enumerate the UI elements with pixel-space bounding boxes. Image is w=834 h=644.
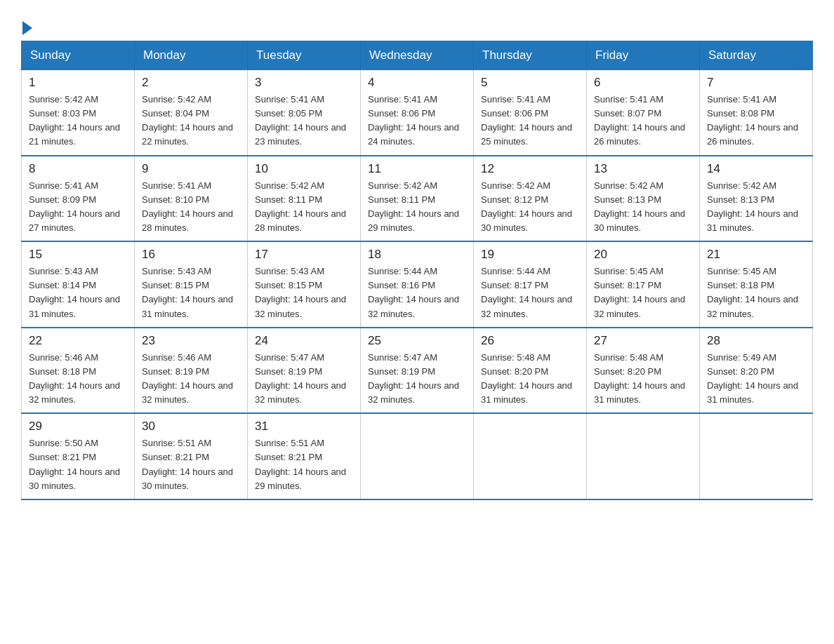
calendar-header-sunday: Sunday bbox=[22, 41, 135, 70]
day-number: 3 bbox=[255, 76, 353, 90]
day-number: 9 bbox=[142, 162, 240, 176]
day-number: 7 bbox=[707, 76, 805, 90]
calendar-cell: 5 Sunrise: 5:41 AM Sunset: 8:06 PM Dayli… bbox=[474, 70, 587, 156]
calendar-header-friday: Friday bbox=[587, 41, 700, 70]
day-number: 30 bbox=[142, 420, 240, 434]
day-number: 29 bbox=[29, 420, 127, 434]
calendar-cell: 11 Sunrise: 5:42 AM Sunset: 8:11 PM Dayl… bbox=[361, 156, 474, 242]
day-info: Sunrise: 5:42 AM Sunset: 8:13 PM Dayligh… bbox=[594, 179, 692, 236]
day-number: 28 bbox=[707, 334, 805, 348]
day-info: Sunrise: 5:41 AM Sunset: 8:06 PM Dayligh… bbox=[481, 93, 579, 149]
calendar-header-thursday: Thursday bbox=[474, 41, 587, 70]
calendar-week-row: 15 Sunrise: 5:43 AM Sunset: 8:14 PM Dayl… bbox=[22, 241, 813, 328]
calendar-header-saturday: Saturday bbox=[700, 41, 813, 70]
day-info: Sunrise: 5:44 AM Sunset: 8:16 PM Dayligh… bbox=[368, 264, 466, 321]
day-info: Sunrise: 5:42 AM Sunset: 8:11 PM Dayligh… bbox=[255, 179, 353, 236]
calendar-header-tuesday: Tuesday bbox=[248, 41, 361, 70]
day-info: Sunrise: 5:49 AM Sunset: 8:20 PM Dayligh… bbox=[707, 351, 805, 408]
day-number: 2 bbox=[142, 76, 240, 90]
day-info: Sunrise: 5:47 AM Sunset: 8:19 PM Dayligh… bbox=[368, 351, 466, 408]
calendar-cell: 28 Sunrise: 5:49 AM Sunset: 8:20 PM Dayl… bbox=[700, 328, 813, 414]
day-info: Sunrise: 5:42 AM Sunset: 8:04 PM Dayligh… bbox=[142, 93, 240, 149]
day-info: Sunrise: 5:43 AM Sunset: 8:15 PM Dayligh… bbox=[142, 264, 240, 321]
day-number: 12 bbox=[481, 162, 579, 176]
calendar-cell: 15 Sunrise: 5:43 AM Sunset: 8:14 PM Dayl… bbox=[22, 241, 135, 328]
calendar-cell: 2 Sunrise: 5:42 AM Sunset: 8:04 PM Dayli… bbox=[135, 70, 248, 156]
day-number: 5 bbox=[481, 76, 579, 90]
day-number: 6 bbox=[594, 76, 692, 90]
calendar-cell: 19 Sunrise: 5:44 AM Sunset: 8:17 PM Dayl… bbox=[474, 241, 587, 328]
day-number: 25 bbox=[368, 334, 466, 348]
calendar-cell bbox=[700, 413, 813, 499]
day-info: Sunrise: 5:45 AM Sunset: 8:17 PM Dayligh… bbox=[594, 264, 692, 321]
day-info: Sunrise: 5:51 AM Sunset: 8:21 PM Dayligh… bbox=[142, 436, 240, 493]
calendar-cell bbox=[587, 413, 700, 499]
page-header bbox=[21, 14, 813, 34]
day-info: Sunrise: 5:41 AM Sunset: 8:05 PM Dayligh… bbox=[255, 93, 353, 149]
day-number: 14 bbox=[707, 162, 805, 176]
calendar-cell: 27 Sunrise: 5:48 AM Sunset: 8:20 PM Dayl… bbox=[587, 328, 700, 414]
day-number: 22 bbox=[29, 334, 127, 348]
day-info: Sunrise: 5:42 AM Sunset: 8:03 PM Dayligh… bbox=[29, 93, 127, 149]
calendar-cell: 24 Sunrise: 5:47 AM Sunset: 8:19 PM Dayl… bbox=[248, 328, 361, 414]
calendar-cell: 14 Sunrise: 5:42 AM Sunset: 8:13 PM Dayl… bbox=[700, 156, 813, 242]
day-number: 21 bbox=[707, 248, 805, 262]
calendar-header-row: SundayMondayTuesdayWednesdayThursdayFrid… bbox=[22, 41, 813, 70]
calendar-cell: 17 Sunrise: 5:43 AM Sunset: 8:15 PM Dayl… bbox=[248, 241, 361, 328]
calendar-cell: 7 Sunrise: 5:41 AM Sunset: 8:08 PM Dayli… bbox=[700, 70, 813, 156]
calendar-cell: 29 Sunrise: 5:50 AM Sunset: 8:21 PM Dayl… bbox=[22, 413, 135, 499]
calendar-cell bbox=[361, 413, 474, 499]
day-info: Sunrise: 5:46 AM Sunset: 8:18 PM Dayligh… bbox=[29, 351, 127, 408]
day-info: Sunrise: 5:50 AM Sunset: 8:21 PM Dayligh… bbox=[29, 436, 127, 493]
day-info: Sunrise: 5:47 AM Sunset: 8:19 PM Dayligh… bbox=[255, 351, 353, 408]
day-info: Sunrise: 5:42 AM Sunset: 8:12 PM Dayligh… bbox=[481, 179, 579, 236]
day-info: Sunrise: 5:42 AM Sunset: 8:13 PM Dayligh… bbox=[707, 179, 805, 236]
day-info: Sunrise: 5:43 AM Sunset: 8:15 PM Dayligh… bbox=[255, 264, 353, 321]
day-info: Sunrise: 5:41 AM Sunset: 8:10 PM Dayligh… bbox=[142, 179, 240, 236]
calendar-cell: 18 Sunrise: 5:44 AM Sunset: 8:16 PM Dayl… bbox=[361, 241, 474, 328]
day-number: 27 bbox=[594, 334, 692, 348]
day-info: Sunrise: 5:41 AM Sunset: 8:08 PM Dayligh… bbox=[707, 93, 805, 149]
logo bbox=[21, 21, 32, 34]
calendar-cell: 26 Sunrise: 5:48 AM Sunset: 8:20 PM Dayl… bbox=[474, 328, 587, 414]
day-info: Sunrise: 5:48 AM Sunset: 8:20 PM Dayligh… bbox=[481, 351, 579, 408]
day-number: 19 bbox=[481, 248, 579, 262]
calendar-cell: 31 Sunrise: 5:51 AM Sunset: 8:21 PM Dayl… bbox=[248, 413, 361, 499]
day-number: 18 bbox=[368, 248, 466, 262]
calendar-cell: 22 Sunrise: 5:46 AM Sunset: 8:18 PM Dayl… bbox=[22, 328, 135, 414]
day-info: Sunrise: 5:41 AM Sunset: 8:06 PM Dayligh… bbox=[368, 93, 466, 149]
calendar-week-row: 29 Sunrise: 5:50 AM Sunset: 8:21 PM Dayl… bbox=[22, 413, 813, 499]
day-info: Sunrise: 5:43 AM Sunset: 8:14 PM Dayligh… bbox=[29, 264, 127, 321]
calendar-cell: 3 Sunrise: 5:41 AM Sunset: 8:05 PM Dayli… bbox=[248, 70, 361, 156]
day-info: Sunrise: 5:44 AM Sunset: 8:17 PM Dayligh… bbox=[481, 264, 579, 321]
calendar-week-row: 8 Sunrise: 5:41 AM Sunset: 8:09 PM Dayli… bbox=[22, 156, 813, 242]
calendar-cell: 20 Sunrise: 5:45 AM Sunset: 8:17 PM Dayl… bbox=[587, 241, 700, 328]
day-info: Sunrise: 5:41 AM Sunset: 8:07 PM Dayligh… bbox=[594, 93, 692, 149]
day-number: 26 bbox=[481, 334, 579, 348]
day-number: 8 bbox=[29, 162, 127, 176]
day-info: Sunrise: 5:42 AM Sunset: 8:11 PM Dayligh… bbox=[368, 179, 466, 236]
day-number: 10 bbox=[255, 162, 353, 176]
day-number: 15 bbox=[29, 248, 127, 262]
day-number: 4 bbox=[368, 76, 466, 90]
day-number: 20 bbox=[594, 248, 692, 262]
calendar-cell: 13 Sunrise: 5:42 AM Sunset: 8:13 PM Dayl… bbox=[587, 156, 700, 242]
calendar-cell: 9 Sunrise: 5:41 AM Sunset: 8:10 PM Dayli… bbox=[135, 156, 248, 242]
day-number: 31 bbox=[255, 420, 353, 434]
day-number: 17 bbox=[255, 248, 353, 262]
calendar-cell: 8 Sunrise: 5:41 AM Sunset: 8:09 PM Dayli… bbox=[22, 156, 135, 242]
day-info: Sunrise: 5:45 AM Sunset: 8:18 PM Dayligh… bbox=[707, 264, 805, 321]
calendar-cell: 30 Sunrise: 5:51 AM Sunset: 8:21 PM Dayl… bbox=[135, 413, 248, 499]
day-info: Sunrise: 5:48 AM Sunset: 8:20 PM Dayligh… bbox=[594, 351, 692, 408]
day-number: 16 bbox=[142, 248, 240, 262]
day-info: Sunrise: 5:51 AM Sunset: 8:21 PM Dayligh… bbox=[255, 436, 353, 493]
day-number: 23 bbox=[142, 334, 240, 348]
calendar-cell: 4 Sunrise: 5:41 AM Sunset: 8:06 PM Dayli… bbox=[361, 70, 474, 156]
calendar-cell: 25 Sunrise: 5:47 AM Sunset: 8:19 PM Dayl… bbox=[361, 328, 474, 414]
calendar-cell: 21 Sunrise: 5:45 AM Sunset: 8:18 PM Dayl… bbox=[700, 241, 813, 328]
day-info: Sunrise: 5:41 AM Sunset: 8:09 PM Dayligh… bbox=[29, 179, 127, 236]
calendar-cell: 1 Sunrise: 5:42 AM Sunset: 8:03 PM Dayli… bbox=[22, 70, 135, 156]
calendar-cell bbox=[474, 413, 587, 499]
calendar-header-monday: Monday bbox=[135, 41, 248, 70]
calendar-cell: 10 Sunrise: 5:42 AM Sunset: 8:11 PM Dayl… bbox=[248, 156, 361, 242]
